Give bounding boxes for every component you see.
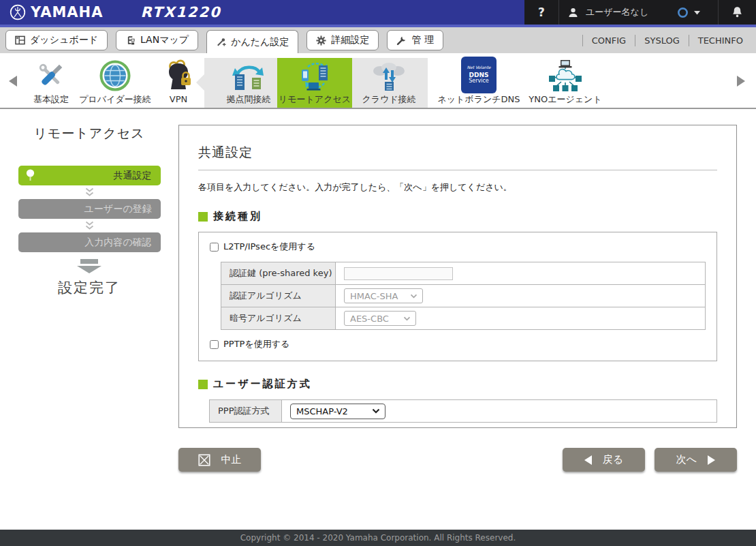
nav-label-basic-settings: 基本設定 [33,93,69,105]
nav-item-cloud[interactable]: クラウド接続 [356,60,422,105]
help-button[interactable]: ? [524,0,558,25]
pptp-checkbox-label: PPTPを使用する [223,338,289,350]
sync-dropdown[interactable] [677,7,710,18]
tools-icon [34,57,68,93]
abort-button[interactable]: 中止 [178,448,261,472]
nav-item-provider[interactable]: プロバイダー接続 [78,57,153,105]
help-icon: ? [538,5,545,19]
dashboard-icon [15,35,25,45]
map-pin-icon [26,169,35,182]
section-bullet [198,380,208,389]
chevron-down-icon [694,10,700,15]
site-to-site-icon [231,60,266,93]
nav-item-site-to-site[interactable]: 拠点間接続 [215,60,283,105]
footer: Copyright © 2014 - 2020 Yamaha Corporati… [0,530,756,546]
ddns-line2-text: Service [469,78,489,84]
user-auth-table: PPP認証方式 MSCHAP-V2 [209,399,717,423]
tab-advanced-label: 詳細設定 [331,34,369,46]
nav-item-netvolante-dns[interactable]: Net Volante DDNS Service ネットボランチDNS [438,57,520,105]
back-button[interactable]: 戻る [563,448,645,472]
step-common-settings-label: 共通設定 [114,170,152,182]
cipher-algorithm-label: 暗号アルゴリズム [221,307,336,330]
notifications-button[interactable] [718,0,756,25]
next-button[interactable]: 次へ [655,448,737,472]
abort-box-x-icon [198,454,210,466]
tab-lanmap[interactable]: LANマップ [116,30,198,50]
globe-icon [98,57,132,93]
yno-agent-icon [546,57,584,93]
nav-item-vpn[interactable]: VPN [155,57,202,105]
wizard-sidebar: リモートアクセス 共通設定 ユーザーの登録 [0,125,178,297]
model-name: RTX1220 [140,4,221,20]
select-chevron-icon [403,316,411,321]
nav-label-provider: プロバイダー接続 [79,93,151,105]
top-bar: YAMAHA RTX1220 ? ユーザー名なし [0,0,756,25]
config-link[interactable]: CONFIG [582,35,635,46]
ppp-auth-value: MSCHAP-V2 [296,406,348,416]
user-name-label: ユーザー名なし [586,6,648,18]
tab-easy-setup[interactable]: かんたん設定 [206,30,298,53]
pptp-checkbox[interactable] [210,340,219,349]
arrow-right-icon [708,455,715,465]
ddns-brand-text: Net Volante [467,65,491,70]
syslog-link[interactable]: SYSLOG [635,35,689,46]
scroll-right-icon[interactable] [736,75,746,87]
wrench-icon [396,35,407,46]
nav-item-basic-settings[interactable]: 基本設定 [24,57,78,105]
step-user-registration-label: ユーザーの登録 [84,203,152,215]
ppp-auth-cell: MSCHAP-V2 [282,400,717,423]
cipher-algorithm-cell: AES-CBC [336,307,706,330]
section-connection-type: 接続種別 [198,210,717,223]
wizard-steps: 共通設定 ユーザーの登録 入力内容の確認 [0,166,178,297]
vpn-subgroup-notch [196,74,204,91]
l2tp-checkbox-row: L2TP/IPsecを使用する [210,241,706,253]
section-user-auth-title: ユーザー認証方式 [213,378,312,391]
nav-item-remote-access[interactable]: リモートアクセス [281,60,349,105]
tab-easy-setup-label: かんたん設定 [231,36,289,48]
brand-area: YAMAHA RTX1220 [0,0,524,25]
techinfo-link[interactable]: TECHINFO [689,35,752,46]
nav-label-vpn: VPN [170,93,187,105]
preshared-key-label: 認証鍵 (pre-shared key) [221,262,336,285]
magic-wand-icon [216,37,226,47]
tab-admin[interactable]: 管 理 [387,30,443,50]
nav-item-yno-agent[interactable]: YNOエージェント [528,57,603,105]
tab-dashboard[interactable]: ダッシュボード [5,30,108,50]
brand-text: YAMAHA [31,4,103,20]
preshared-key-input[interactable] [344,267,453,280]
copyright-text: Copyright © 2014 - 2020 Yamaha Corporati… [240,533,516,543]
setup-complete-label: 設定完了 [0,278,178,297]
step-common-settings: 共通設定 [18,166,161,185]
auth-algorithm-select[interactable]: HMAC-SHA [344,288,423,303]
remote-access-icon [297,60,332,93]
step-divider [0,219,178,232]
double-chevron-down-icon [84,221,95,230]
netvolante-ddns-icon: Net Volante DDNS Service [461,57,497,93]
nav-label-yno-agent: YNOエージェント [529,93,601,105]
abort-button-label: 中止 [221,453,242,466]
title-divider [198,170,717,170]
ppp-auth-select[interactable]: MSCHAP-V2 [290,404,385,419]
back-button-label: 戻る [603,453,623,466]
yamaha-tuning-fork-icon [10,4,26,20]
connection-type-box: L2TP/IPsecを使用する 認証鍵 (pre-shared key) 認証ア… [198,232,717,361]
tab-bar: ダッシュボード LANマップ かんたん設定 [0,27,756,53]
big-down-arrow-icon [75,258,104,274]
wizard-title: リモートアクセス [0,125,178,142]
user-menu[interactable]: ユーザー名なし [558,0,718,25]
l2tp-checkbox[interactable] [210,243,219,252]
preshared-key-cell [336,262,706,285]
table-row: 認証鍵 (pre-shared key) [221,262,706,285]
cipher-algorithm-select[interactable]: AES-CBC [344,311,416,326]
nav-label-site-to-site: 拠点間接続 [227,93,271,105]
step-confirm-input-label: 入力内容の確認 [84,237,151,249]
scroll-left-icon[interactable] [8,75,18,87]
instruction-text: 各項目を入力してください。入力が完了したら、「次へ」を押してください。 [198,181,717,194]
tab-advanced[interactable]: 詳細設定 [306,30,379,50]
auth-algorithm-label: 認証アルゴリズム [221,285,336,307]
finish-arrow [0,258,178,274]
quick-links: CONFIG SYSLOG TECHINFO [582,27,752,53]
table-row: 暗号アルゴリズム AES-CBC [221,307,706,330]
gear-icon [316,35,326,46]
step-user-registration: ユーザーの登録 [18,199,161,219]
